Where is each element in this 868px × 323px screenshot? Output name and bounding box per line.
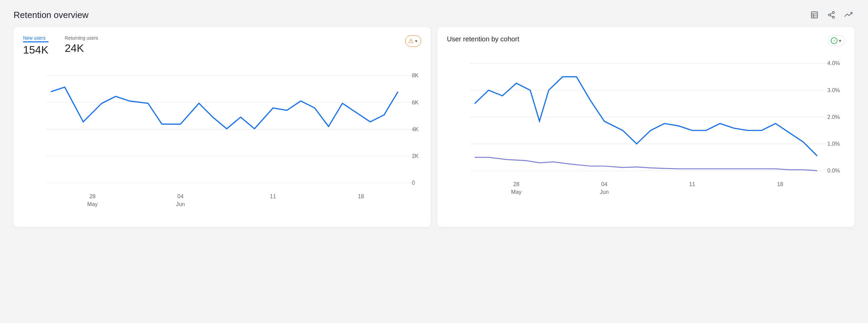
returning-users-metric: Returning users 24K bbox=[65, 35, 98, 56]
svg-text:04: 04 bbox=[601, 181, 607, 187]
svg-text:8K: 8K bbox=[412, 72, 419, 78]
card2-top-bar: User retention by cohort ✓ ▾ bbox=[447, 35, 845, 46]
svg-text:4.0%: 4.0% bbox=[827, 60, 840, 66]
warning-dropdown-arrow: ▾ bbox=[415, 38, 417, 44]
warning-triangle-icon: ⚠ bbox=[408, 37, 414, 45]
svg-text:28: 28 bbox=[90, 193, 96, 199]
svg-point-6 bbox=[832, 16, 834, 18]
svg-text:4K: 4K bbox=[412, 126, 419, 132]
svg-rect-0 bbox=[811, 12, 817, 18]
svg-point-5 bbox=[828, 14, 830, 16]
page-header: Retention overview bbox=[14, 9, 854, 20]
svg-text:3.0%: 3.0% bbox=[827, 87, 840, 93]
svg-text:18: 18 bbox=[777, 181, 783, 187]
trending-button[interactable] bbox=[843, 9, 854, 20]
card2-actions: ✓ ▾ bbox=[828, 35, 845, 46]
card2-chart: 4.0% 3.0% 2.0% 1.0% 0.0% 28 May 04 bbox=[447, 49, 845, 207]
svg-text:May: May bbox=[511, 189, 522, 195]
svg-text:0.0%: 0.0% bbox=[827, 167, 840, 174]
svg-text:Jun: Jun bbox=[600, 189, 609, 195]
table-chart-icon bbox=[810, 11, 818, 19]
trending-up-icon bbox=[844, 11, 853, 19]
check-dropdown-arrow: ▾ bbox=[839, 38, 841, 43]
card1-chart: 8K 6K 4K 2K 0 28 May 04 Jun 11 18 bbox=[23, 62, 421, 219]
new-users-value: 154K bbox=[23, 44, 48, 56]
new-users-label[interactable]: New users bbox=[23, 35, 48, 42]
share-button[interactable] bbox=[826, 9, 837, 20]
card2-title: User retention by cohort bbox=[447, 35, 519, 43]
svg-text:11: 11 bbox=[270, 193, 276, 199]
new-users-metric: New users 154K bbox=[23, 35, 48, 56]
card1-actions: ⚠ ▾ bbox=[405, 35, 421, 47]
card1-top-bar: New users 154K Returning users 24K ⚠ ▾ bbox=[23, 35, 421, 56]
check-circle-icon: ✓ bbox=[831, 37, 837, 44]
share-icon bbox=[827, 11, 835, 19]
card2-chart-area: 4.0% 3.0% 2.0% 1.0% 0.0% 28 May 04 bbox=[447, 49, 845, 208]
returning-users-value: 24K bbox=[65, 42, 98, 55]
svg-text:04: 04 bbox=[177, 193, 183, 199]
new-returning-users-card: New users 154K Returning users 24K ⚠ ▾ bbox=[14, 27, 431, 227]
returning-users-label[interactable]: Returning users bbox=[65, 35, 98, 41]
svg-text:11: 11 bbox=[689, 181, 695, 187]
svg-text:0: 0 bbox=[412, 180, 415, 186]
svg-point-4 bbox=[832, 12, 834, 14]
card1-metrics: New users 154K Returning users 24K bbox=[23, 35, 98, 56]
svg-text:28: 28 bbox=[513, 181, 519, 187]
svg-text:Jun: Jun bbox=[176, 201, 185, 207]
warning-button[interactable]: ⚠ ▾ bbox=[405, 35, 421, 47]
svg-text:2.0%: 2.0% bbox=[827, 114, 840, 120]
svg-text:6K: 6K bbox=[412, 99, 419, 105]
checkmark-button[interactable]: ✓ ▾ bbox=[828, 35, 845, 46]
cards-row: New users 154K Returning users 24K ⚠ ▾ bbox=[14, 27, 854, 227]
svg-line-7 bbox=[830, 16, 833, 17]
card1-chart-area: 8K 6K 4K 2K 0 28 May 04 Jun 11 18 bbox=[23, 62, 421, 220]
svg-line-8 bbox=[830, 13, 833, 15]
svg-text:2K: 2K bbox=[412, 153, 419, 159]
user-retention-cohort-card: User retention by cohort ✓ ▾ bbox=[437, 27, 854, 227]
svg-text:18: 18 bbox=[358, 193, 364, 199]
header-icons bbox=[809, 9, 854, 20]
table-chart-button[interactable] bbox=[809, 9, 820, 20]
svg-text:1.0%: 1.0% bbox=[827, 141, 840, 147]
page-title: Retention overview bbox=[14, 10, 88, 20]
svg-text:May: May bbox=[87, 201, 98, 207]
